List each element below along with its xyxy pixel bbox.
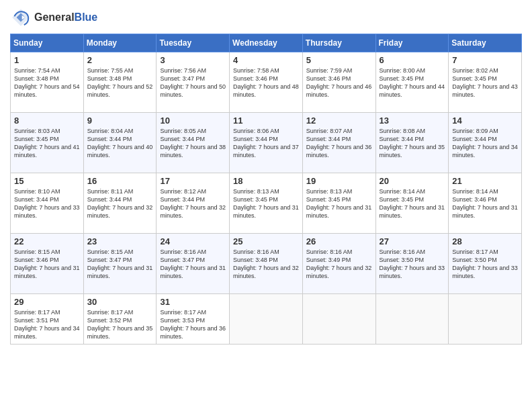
calendar-cell: 8Sunrise: 8:03 AM Sunset: 3:45 PM Daylig… xyxy=(11,113,84,173)
day-number: 1 xyxy=(14,55,80,65)
calendar-cell: 21Sunrise: 8:14 AM Sunset: 3:46 PM Dayli… xyxy=(449,173,522,234)
day-info: Sunrise: 8:08 AM Sunset: 3:44 PM Dayligh… xyxy=(380,127,445,160)
day-number: 13 xyxy=(380,116,445,126)
calendar-cell: 25Sunrise: 8:16 AM Sunset: 3:48 PM Dayli… xyxy=(230,234,303,294)
calendar-header: SundayMondayTuesdayWednesdayThursdayFrid… xyxy=(11,34,522,52)
day-info: Sunrise: 7:55 AM Sunset: 3:48 PM Dayligh… xyxy=(87,66,153,99)
day-number: 12 xyxy=(306,116,372,126)
calendar-cell: 17Sunrise: 8:12 AM Sunset: 3:44 PM Dayli… xyxy=(157,173,230,234)
day-info: Sunrise: 8:15 AM Sunset: 3:46 PM Dayligh… xyxy=(14,248,80,281)
day-number: 17 xyxy=(160,176,226,186)
header: GeneralBlue xyxy=(10,7,522,28)
day-number: 18 xyxy=(233,176,299,186)
calendar-cell xyxy=(302,294,375,345)
day-of-week-header: Thursday xyxy=(302,34,375,52)
day-info: Sunrise: 7:59 AM Sunset: 3:46 PM Dayligh… xyxy=(306,66,372,99)
days-of-week-row: SundayMondayTuesdayWednesdayThursdayFrid… xyxy=(11,34,522,52)
day-info: Sunrise: 8:14 AM Sunset: 3:46 PM Dayligh… xyxy=(452,187,518,220)
calendar-cell: 11Sunrise: 8:06 AM Sunset: 3:44 PM Dayli… xyxy=(230,113,303,173)
day-number: 10 xyxy=(160,116,226,126)
calendar-cell xyxy=(375,294,449,345)
day-number: 24 xyxy=(160,236,226,246)
calendar-cell: 23Sunrise: 8:15 AM Sunset: 3:47 PM Dayli… xyxy=(83,234,157,294)
day-number: 6 xyxy=(380,55,445,65)
day-of-week-header: Friday xyxy=(375,34,449,52)
day-info: Sunrise: 8:02 AM Sunset: 3:45 PM Dayligh… xyxy=(452,66,518,99)
day-info: Sunrise: 8:05 AM Sunset: 3:44 PM Dayligh… xyxy=(160,127,226,160)
day-number: 19 xyxy=(306,176,372,186)
day-number: 23 xyxy=(87,236,153,246)
day-info: Sunrise: 8:03 AM Sunset: 3:45 PM Dayligh… xyxy=(14,127,80,160)
day-number: 29 xyxy=(14,297,80,307)
day-info: Sunrise: 8:00 AM Sunset: 3:45 PM Dayligh… xyxy=(380,66,445,99)
calendar-cell: 4Sunrise: 7:58 AM Sunset: 3:46 PM Daylig… xyxy=(230,52,303,113)
calendar-cell: 29Sunrise: 8:17 AM Sunset: 3:51 PM Dayli… xyxy=(11,294,84,345)
day-info: Sunrise: 8:15 AM Sunset: 3:47 PM Dayligh… xyxy=(87,248,153,281)
calendar-cell: 10Sunrise: 8:05 AM Sunset: 3:44 PM Dayli… xyxy=(157,113,230,173)
day-info: Sunrise: 8:13 AM Sunset: 3:45 PM Dayligh… xyxy=(306,187,372,220)
day-number: 4 xyxy=(233,55,299,65)
day-number: 27 xyxy=(380,236,445,246)
calendar-cell: 12Sunrise: 8:07 AM Sunset: 3:44 PM Dayli… xyxy=(302,113,375,173)
calendar-cell: 2Sunrise: 7:55 AM Sunset: 3:48 PM Daylig… xyxy=(83,52,157,113)
calendar-cell: 19Sunrise: 8:13 AM Sunset: 3:45 PM Dayli… xyxy=(302,173,375,234)
day-number: 7 xyxy=(452,55,518,65)
logo-text: GeneralBlue xyxy=(34,11,97,24)
calendar-cell: 7Sunrise: 8:02 AM Sunset: 3:45 PM Daylig… xyxy=(449,52,522,113)
day-number: 20 xyxy=(380,176,445,186)
day-info: Sunrise: 8:07 AM Sunset: 3:44 PM Dayligh… xyxy=(306,127,372,160)
day-number: 16 xyxy=(87,176,153,186)
page: GeneralBlue SundayMondayTuesdayWednesday… xyxy=(0,0,532,411)
day-of-week-header: Tuesday xyxy=(157,34,230,52)
day-number: 5 xyxy=(306,55,372,65)
calendar-cell: 16Sunrise: 8:11 AM Sunset: 3:44 PM Dayli… xyxy=(83,173,157,234)
calendar-body: 1Sunrise: 7:54 AM Sunset: 3:48 PM Daylig… xyxy=(11,52,522,345)
day-info: Sunrise: 8:17 AM Sunset: 3:51 PM Dayligh… xyxy=(14,308,80,341)
generalblue-icon xyxy=(10,7,32,28)
day-number: 26 xyxy=(306,236,372,246)
day-info: Sunrise: 8:16 AM Sunset: 3:47 PM Dayligh… xyxy=(160,248,226,281)
calendar-cell: 31Sunrise: 8:17 AM Sunset: 3:53 PM Dayli… xyxy=(157,294,230,345)
day-info: Sunrise: 8:16 AM Sunset: 3:49 PM Dayligh… xyxy=(306,248,372,281)
day-info: Sunrise: 8:17 AM Sunset: 3:52 PM Dayligh… xyxy=(87,308,153,341)
logo: GeneralBlue xyxy=(10,7,97,28)
day-number: 30 xyxy=(87,297,153,307)
day-number: 15 xyxy=(14,176,80,186)
day-number: 14 xyxy=(452,116,518,126)
day-info: Sunrise: 8:17 AM Sunset: 3:50 PM Dayligh… xyxy=(452,248,518,281)
calendar-cell: 6Sunrise: 8:00 AM Sunset: 3:45 PM Daylig… xyxy=(375,52,449,113)
day-of-week-header: Sunday xyxy=(11,34,84,52)
day-info: Sunrise: 8:04 AM Sunset: 3:44 PM Dayligh… xyxy=(87,127,153,160)
day-number: 3 xyxy=(160,55,226,65)
calendar-cell: 3Sunrise: 7:56 AM Sunset: 3:47 PM Daylig… xyxy=(157,52,230,113)
calendar-cell: 1Sunrise: 7:54 AM Sunset: 3:48 PM Daylig… xyxy=(11,52,84,113)
day-info: Sunrise: 8:17 AM Sunset: 3:53 PM Dayligh… xyxy=(160,308,226,341)
day-info: Sunrise: 8:16 AM Sunset: 3:48 PM Dayligh… xyxy=(233,248,299,281)
day-of-week-header: Wednesday xyxy=(230,34,303,52)
day-info: Sunrise: 7:58 AM Sunset: 3:46 PM Dayligh… xyxy=(233,66,299,99)
day-info: Sunrise: 7:54 AM Sunset: 3:48 PM Dayligh… xyxy=(14,66,80,99)
calendar-cell: 20Sunrise: 8:14 AM Sunset: 3:45 PM Dayli… xyxy=(375,173,449,234)
day-number: 21 xyxy=(452,176,518,186)
calendar-cell xyxy=(230,294,303,345)
calendar-cell: 22Sunrise: 8:15 AM Sunset: 3:46 PM Dayli… xyxy=(11,234,84,294)
day-info: Sunrise: 8:10 AM Sunset: 3:44 PM Dayligh… xyxy=(14,187,80,220)
day-number: 2 xyxy=(87,55,153,65)
calendar-cell: 30Sunrise: 8:17 AM Sunset: 3:52 PM Dayli… xyxy=(83,294,157,345)
day-of-week-header: Monday xyxy=(83,34,157,52)
day-number: 9 xyxy=(87,116,153,126)
calendar-cell: 5Sunrise: 7:59 AM Sunset: 3:46 PM Daylig… xyxy=(302,52,375,113)
calendar-cell: 26Sunrise: 8:16 AM Sunset: 3:49 PM Dayli… xyxy=(302,234,375,294)
day-info: Sunrise: 8:09 AM Sunset: 3:44 PM Dayligh… xyxy=(452,127,518,160)
day-info: Sunrise: 8:11 AM Sunset: 3:44 PM Dayligh… xyxy=(87,187,153,220)
calendar-cell: 14Sunrise: 8:09 AM Sunset: 3:44 PM Dayli… xyxy=(449,113,522,173)
day-info: Sunrise: 8:16 AM Sunset: 3:50 PM Dayligh… xyxy=(380,248,445,281)
calendar-cell: 27Sunrise: 8:16 AM Sunset: 3:50 PM Dayli… xyxy=(375,234,449,294)
logo-general: General xyxy=(34,11,75,23)
day-number: 8 xyxy=(14,116,80,126)
day-info: Sunrise: 8:12 AM Sunset: 3:44 PM Dayligh… xyxy=(160,187,226,220)
calendar-cell: 9Sunrise: 8:04 AM Sunset: 3:44 PM Daylig… xyxy=(83,113,157,173)
day-number: 11 xyxy=(233,116,299,126)
day-of-week-header: Saturday xyxy=(449,34,522,52)
calendar-cell: 28Sunrise: 8:17 AM Sunset: 3:50 PM Dayli… xyxy=(449,234,522,294)
